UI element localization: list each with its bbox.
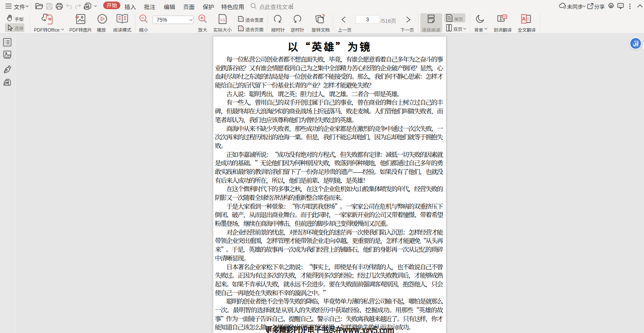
svg-text:A: A [522, 16, 526, 22]
svg-text:1:1: 1:1 [220, 18, 225, 22]
